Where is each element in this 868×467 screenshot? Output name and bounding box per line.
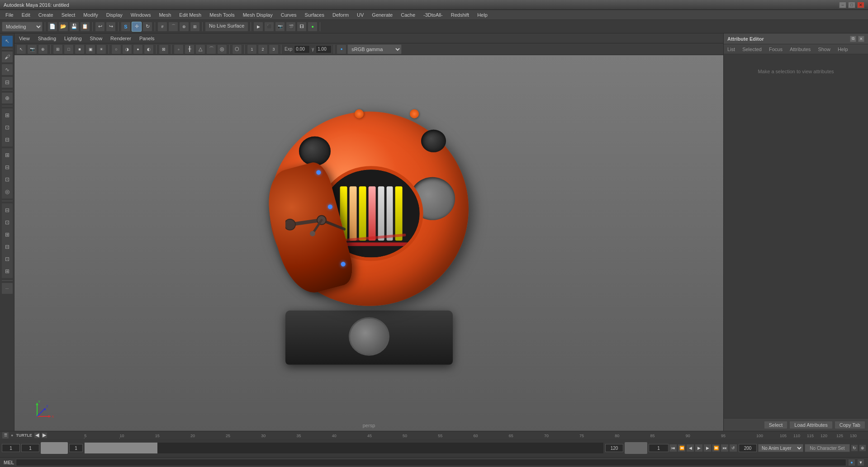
load-attributes-button[interactable]: Load Attributes: [789, 421, 832, 429]
menu-mesh-tools[interactable]: Mesh Tools: [206, 11, 238, 19]
undo-button[interactable]: ↩: [95, 22, 105, 32]
snap-btn4[interactable]: ◎: [1, 186, 13, 198]
vp-shd3[interactable]: ●: [133, 44, 143, 54]
vp-xray-btn[interactable]: ⊠: [159, 44, 169, 54]
close-button[interactable]: ✕: [857, 2, 864, 8]
select-mode-button[interactable]: ↖: [1, 35, 13, 47]
mode-dropdown[interactable]: Modeling: [2, 22, 43, 32]
menu-generate[interactable]: Generate: [368, 11, 396, 19]
paint-button[interactable]: 🖌: [1, 51, 13, 63]
attr-float-button[interactable]: ⧉: [850, 36, 856, 42]
snap-point-button[interactable]: ⊕: [179, 22, 189, 32]
render-btn1[interactable]: ▶: [253, 22, 263, 32]
menu-create[interactable]: Create: [35, 11, 57, 19]
vp-shd1[interactable]: ○: [111, 44, 121, 54]
prev-keyframe-button[interactable]: ⏪: [678, 444, 686, 452]
play-button[interactable]: ▶: [695, 444, 703, 452]
vp-pts-btn[interactable]: ◦: [174, 44, 184, 54]
vp-solid-btn[interactable]: ■: [75, 44, 85, 54]
render-btn5[interactable]: 🎞: [297, 22, 307, 32]
render-btn4[interactable]: 🎬: [286, 22, 296, 32]
go-to-end-button[interactable]: ⏭: [721, 444, 729, 452]
snap-btn2[interactable]: ⊟: [1, 161, 13, 173]
copy-tab-button[interactable]: Copy Tab: [835, 421, 865, 429]
menu-edit-mesh[interactable]: Edit Mesh: [175, 11, 205, 19]
menu-curves[interactable]: Curves: [277, 11, 300, 19]
gamma-input[interactable]: [316, 45, 332, 53]
panels-menu[interactable]: Panels: [137, 35, 157, 42]
go-to-start-button[interactable]: ⏮: [669, 444, 677, 452]
attr-tab-attributes[interactable]: Attributes: [788, 46, 812, 53]
menu-help[interactable]: Help: [474, 11, 491, 19]
vp-shd2[interactable]: ◑: [122, 44, 132, 54]
menu-display[interactable]: Display: [103, 11, 126, 19]
rotate-button[interactable]: ⊡: [1, 122, 13, 133]
select-tool-button[interactable]: S: [121, 22, 131, 32]
anim-layer-dropdown[interactable]: No Anim Layer: [758, 444, 803, 452]
attr-tab-help[interactable]: Help: [836, 46, 850, 53]
color-mgmt-icon[interactable]: ●: [337, 44, 346, 54]
history-btn5[interactable]: ⊡: [1, 253, 13, 265]
mel-input[interactable]: [16, 459, 846, 466]
current-frame-input[interactable]: [649, 444, 669, 452]
char-set-btn2[interactable]: ⊕: [859, 444, 866, 452]
frame-end-200-input[interactable]: [739, 444, 757, 452]
vp-poly-btn[interactable]: △: [195, 44, 205, 54]
char-set-btn1[interactable]: ↻: [851, 444, 858, 452]
menu-3dtall[interactable]: -3DtoAll-: [420, 11, 446, 19]
snap-view-button[interactable]: ⊞: [190, 22, 200, 32]
attr-tab-selected[interactable]: Selected: [740, 46, 764, 53]
lighting-menu[interactable]: Lighting: [62, 35, 85, 42]
menu-deform[interactable]: Deform: [329, 11, 352, 19]
vp-wire-btn[interactable]: □: [64, 44, 74, 54]
history-btn6[interactable]: ⊞: [1, 265, 13, 277]
frame-display1[interactable]: [21, 444, 39, 452]
history-btn1[interactable]: ⊟: [1, 204, 13, 216]
attr-tab-list[interactable]: List: [726, 46, 737, 53]
color-space-dropdown[interactable]: sRGB gamma: [347, 44, 402, 54]
frame-end-120-input[interactable]: [605, 444, 623, 452]
sculpt-button[interactable]: ∿: [1, 64, 13, 75]
vp-shd4[interactable]: ◐: [144, 44, 154, 54]
snap-curve-button[interactable]: ⌒: [168, 22, 178, 32]
exposure-input[interactable]: [294, 45, 310, 53]
attr-close-button[interactable]: ✕: [858, 36, 864, 42]
rotate-tool-button[interactable]: ↻: [142, 22, 152, 32]
viewport[interactable]: X Y Z persp: [14, 55, 723, 431]
next-frame-button[interactable]: ▶: [703, 444, 711, 452]
snap-grid-button[interactable]: #: [157, 22, 167, 32]
menu-select[interactable]: Select: [58, 11, 79, 19]
snap-btn3[interactable]: ⊡: [1, 174, 13, 185]
status-icon1[interactable]: ●: [848, 459, 855, 466]
menu-surfaces[interactable]: Surfaces: [301, 11, 328, 19]
next-keyframe-button[interactable]: ⏩: [712, 444, 720, 452]
view-menu[interactable]: View: [16, 35, 33, 42]
save-scene-button[interactable]: 💾: [69, 22, 79, 32]
move-button[interactable]: ⊞: [1, 109, 13, 121]
select-button[interactable]: Select: [764, 421, 788, 429]
vp-light-btn[interactable]: ☀: [96, 44, 106, 54]
render-btn2[interactable]: ⬛: [264, 22, 274, 32]
render-btn3[interactable]: 📷: [275, 22, 285, 32]
vp-snap-btn[interactable]: ⊕: [38, 44, 48, 54]
history-btn2[interactable]: ⊡: [1, 217, 13, 228]
menu-edit[interactable]: Edit: [18, 11, 34, 19]
vp-res1[interactable]: 1: [247, 44, 257, 54]
menu-modify[interactable]: Modify: [80, 11, 101, 19]
menu-cache[interactable]: Cache: [397, 11, 419, 19]
open-scene-button[interactable]: 📂: [58, 22, 68, 32]
prev-frame-button[interactable]: ◀: [686, 444, 694, 452]
vp-cam-btn[interactable]: 📷: [27, 44, 37, 54]
history-btn4[interactable]: ⊟: [1, 241, 13, 253]
new-scene-button[interactable]: 📄: [47, 22, 57, 32]
vp-res3[interactable]: 3: [269, 44, 279, 54]
scale-button[interactable]: ⊟: [1, 134, 13, 146]
tl-options-btn[interactable]: ☰: [2, 432, 9, 439]
show-menu[interactable]: Show: [87, 35, 105, 42]
vp-nurb-btn[interactable]: ◎: [217, 44, 227, 54]
maximize-button[interactable]: □: [848, 2, 855, 8]
frame-marker-input[interactable]: [69, 444, 83, 452]
move-tool-button[interactable]: ✛: [132, 22, 142, 32]
minimize-button[interactable]: –: [839, 2, 846, 8]
snap-btn1[interactable]: ⊞: [1, 149, 13, 161]
